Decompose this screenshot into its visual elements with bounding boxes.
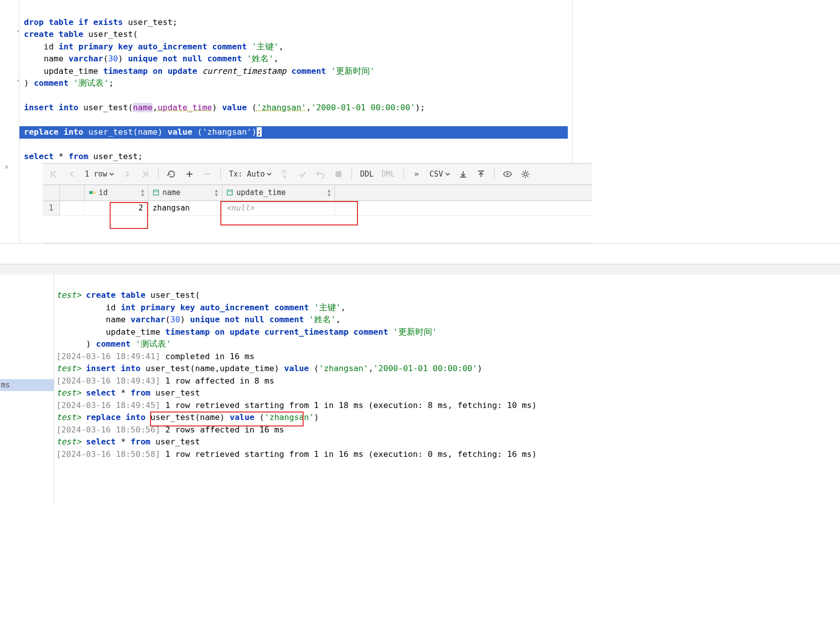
col-name: name <box>133 103 153 112</box>
submit-button[interactable] <box>295 166 311 182</box>
col-update: update_time <box>44 66 98 76</box>
col-label: update_time <box>236 188 286 197</box>
kw: comment <box>274 303 309 312</box>
separator <box>158 168 159 180</box>
remove-row-button[interactable] <box>199 166 215 182</box>
column-header-update[interactable]: update_time ▲▼ <box>222 185 335 201</box>
str: '姓名' <box>309 315 336 324</box>
sort-icon: ▲▼ <box>328 188 331 197</box>
timestamp: [2024-03-16 18:50:58] <box>56 449 161 459</box>
cell-update[interactable]: <null> <box>222 201 335 215</box>
grid-empty-space <box>43 216 592 243</box>
sort-icon: ▲▼ <box>215 188 218 197</box>
tbl: user_test <box>156 388 200 398</box>
fold-open-icon[interactable]: ▾ <box>16 28 20 34</box>
console-output[interactable]: test> create table user_test( id int pri… <box>54 274 840 505</box>
result-toolbar: 1 row Tx: Auto DB DDL DML » CSV <box>43 163 592 185</box>
db-commit-button[interactable]: DB <box>277 166 293 182</box>
column-header-name[interactable]: name ▲▼ <box>149 185 222 201</box>
console-panel: ms test> create table user_test( id int … <box>0 274 840 505</box>
import-button[interactable] <box>473 166 489 182</box>
kw: unique <box>190 315 220 324</box>
separator <box>494 168 495 180</box>
console-gutter: ms <box>0 274 54 505</box>
prompt: test> <box>56 364 81 373</box>
str-v1: 'zhangsan' <box>202 127 252 137</box>
svg-point-2 <box>506 173 508 175</box>
close-icon[interactable]: ✕ <box>4 163 8 171</box>
tbl: user_test <box>156 437 200 446</box>
prompt: test> <box>56 290 81 300</box>
chevron-down-icon <box>267 172 272 177</box>
svg-rect-1 <box>336 171 341 177</box>
csv-dropdown[interactable]: CSV <box>427 170 453 179</box>
kw: comment <box>96 339 131 349</box>
kw: from <box>131 388 151 398</box>
export-button[interactable] <box>455 166 471 182</box>
kw-create: create <box>24 29 54 39</box>
kw-replace: replace <box>24 127 59 137</box>
stop-button[interactable] <box>331 166 346 182</box>
kw-value: value <box>168 127 192 137</box>
kw-key: key <box>118 42 133 51</box>
col: name <box>106 315 126 324</box>
gear-icon[interactable] <box>517 166 533 182</box>
kw-into: into <box>63 127 83 137</box>
col: id <box>106 303 116 312</box>
dml-button[interactable]: DML <box>379 170 398 179</box>
add-row-button[interactable] <box>181 166 197 182</box>
fold-close-icon[interactable]: ▴ <box>16 77 20 83</box>
str: '2000-01-01 00:00:00' <box>373 364 478 373</box>
kw: into <box>121 364 141 373</box>
kw-varchar: varchar <box>68 54 103 63</box>
prompt: test> <box>56 437 81 446</box>
str-v2: '2000-01-01 00:00:00' <box>311 103 415 112</box>
col-update: update_time <box>158 103 212 112</box>
revert-button[interactable] <box>313 166 329 182</box>
kw: on <box>215 327 225 337</box>
kw-primary: primary <box>78 42 113 51</box>
kw-null: null <box>182 54 202 63</box>
col-name: name <box>44 54 64 63</box>
gutter-label: ms <box>0 379 54 392</box>
timestamp: [2024-03-16 18:49:41] <box>56 352 161 361</box>
grid-options-col[interactable] <box>60 185 85 201</box>
col-id: id <box>44 42 54 51</box>
kw-insert: insert <box>24 103 54 112</box>
separator <box>403 168 404 180</box>
overflow-button[interactable]: » <box>409 166 425 182</box>
kw-comment: comment <box>292 66 327 76</box>
kw: update <box>230 327 260 337</box>
sql-editor-panel: ✕ ▾ ▴ drop table if exists user_test; cr… <box>19 0 840 243</box>
kw-comment: comment <box>34 78 69 88</box>
msg: completed in 16 ms <box>166 352 255 361</box>
column-header-id[interactable]: id ▲▼ <box>85 185 149 201</box>
row-count-label[interactable]: 1 row <box>82 170 117 179</box>
kw-on: on <box>153 66 163 76</box>
sort-icon: ▲▼ <box>141 188 144 197</box>
timestamp: [2024-03-16 18:49:45] <box>56 401 161 410</box>
grid-header-row: id ▲▼ name ▲▼ update_time ▲▼ <box>43 185 592 201</box>
next-page-button[interactable] <box>119 166 135 182</box>
kw: varchar <box>131 315 166 324</box>
kw: timestamp <box>166 327 210 337</box>
str: '测试表' <box>136 339 171 349</box>
msg: 1 row affected in 8 ms <box>166 376 275 386</box>
kw-comment: comment <box>212 42 247 51</box>
last-page-button[interactable] <box>137 166 153 182</box>
kw-int: int <box>59 42 74 51</box>
kw-exists: exists <box>93 17 123 27</box>
cell-name[interactable]: zhangsan <box>149 201 222 215</box>
ddl-button[interactable]: DDL <box>357 170 376 179</box>
reload-button[interactable] <box>164 166 179 182</box>
tx-mode-dropdown[interactable]: Tx: Auto <box>226 170 275 179</box>
prev-page-button[interactable] <box>64 166 80 182</box>
eye-icon[interactable] <box>500 166 515 182</box>
sql-editor[interactable]: drop table if exists user_test; create t… <box>19 0 573 163</box>
close: ) <box>86 339 91 349</box>
grid-corner[interactable] <box>43 185 60 201</box>
cell-id[interactable]: 2 <box>85 201 149 215</box>
table-row[interactable]: 1 2 zhangsan <null> <box>43 201 592 216</box>
first-page-button[interactable] <box>46 166 62 182</box>
kw-value: value <box>222 103 247 112</box>
